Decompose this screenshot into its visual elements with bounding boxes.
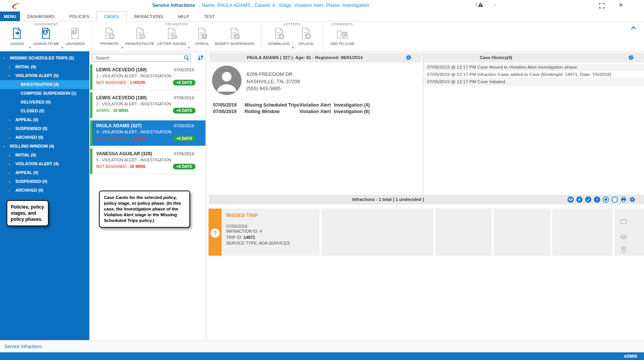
sidebar-item-initial-0-[interactable]: ›INITIAL (0) [0,151,89,159]
toolbar-group-transition: TRANSITIONPROMOTE▾REINVESTIGATELETTER IS… [95,21,258,51]
weather-cloud-icon[interactable] [619,217,628,228]
infraction-card[interactable]: ? MISSED TRIP 07/05/2019 INFRACTION ID: … [209,209,320,256]
radio-selected-icon[interactable] [603,196,609,204]
status-value: 20 MINS [130,136,146,141]
case-card[interactable]: VANESSA AGUILAR (328)07/05/20195 - VIOLA… [90,148,205,174]
gear-icon[interactable] [406,54,412,62]
appeal-button[interactable]: APPEAL [192,27,212,46]
titlebar: Service Infractions - Name: PAULA ADAMS … [0,0,644,12]
tab-dashboard[interactable]: DASHBOARD [20,12,62,21]
close-icon[interactable]: × [619,1,623,9]
reinvestigate-button[interactable]: REINVESTIGATE [125,27,154,46]
gear-icon[interactable] [629,196,636,204]
tab-help[interactable]: HELP [171,12,197,21]
tab-test[interactable]: TEST [196,12,222,21]
sidebar-item-archived-0-[interactable]: ›ARCHIVED (0) [0,186,89,195]
dropdown-caret-icon[interactable]: ▾ [188,46,190,51]
dropdown-caret-icon[interactable]: ▾ [29,46,31,51]
tab-infractions[interactable]: INFRACTIONS [127,12,171,21]
case-card[interactable]: PAULA ADAMS (327)07/05/20194 - VIOLATION… [90,120,205,146]
patient-address: 6209 FREEDOM DR NASHVILLE, TN, 37209 (55… [246,71,300,92]
chevron-down-icon[interactable]: › [0,145,8,147]
gear-icon[interactable] [628,54,634,62]
policy-summary-cell: 07/05/2019 [213,108,245,115]
policy-summary-cell: Investigation (6) [334,108,370,115]
dropdown-caret-icon[interactable]: ▾ [122,46,123,51]
print-icon[interactable] [620,196,627,204]
tab-cases[interactable]: CASES [97,12,127,21]
sidebar-item-suspended-0-[interactable]: ›SUSPENDED (0) [0,177,89,186]
sidebar-item-rolling-window-4-[interactable]: ›ROLLING WINDOW (4) [0,142,89,151]
sidebar-item-compose-suspension-1-[interactable]: COMPOSE SUSPENSION (1) [0,89,89,98]
sidebar-item-investigation-4-[interactable]: INVESTIGATION (4) [0,80,89,89]
approve-icon[interactable] [585,196,591,204]
dropdown-caret-icon[interactable]: ▾ [292,46,294,51]
bottom-bar: ADMIN [0,352,644,360]
chevron-right-icon[interactable]: › [8,124,10,133]
reinvestigate-doc-icon [133,27,146,41]
infraction-field: TRIP ID: 14971 [226,235,320,241]
logged-in-user: ADMIN [624,352,637,360]
infraction-field-value: 4 [260,229,262,233]
chevron-right-icon[interactable]: › [8,133,10,142]
chevron-right-icon[interactable]: › [8,151,10,159]
tab-menu[interactable]: MENU [0,12,20,21]
sidebar-item-label: SUSPENDED (0) [15,126,47,131]
case-card-date: 07/05/2019 [174,67,194,72]
status-strip: Service Infractions [0,340,644,352]
letter-issued-button[interactable]: LETTER ISSUED [158,27,186,46]
chevron-right-icon[interactable]: › [8,62,10,71]
sidebar-item-closed-0-[interactable]: CLOSED (0) [0,107,89,115]
chevron-down-icon[interactable]: › [0,57,8,59]
status-prefix: NOT ASSIGNED - [96,164,130,169]
tray-icon[interactable] [619,231,628,242]
download-button[interactable]: DOWNLOAD [268,27,290,46]
chevron-right-icon[interactable]: › [8,168,10,177]
sidebar-item-appeal-0-[interactable]: ›APPEAL (0) [0,115,89,124]
sidebar-item-label: VIOLATION ALERT (5) [15,73,59,78]
sort-cases-icon[interactable] [197,54,204,62]
chevron-down-icon[interactable]: › [5,75,14,76]
promote-button[interactable]: PROMOTE [99,27,119,46]
search-input[interactable] [92,54,191,62]
sidebar-item-archived-0-[interactable]: ›ARCHIVED (0) [0,133,89,142]
chevron-right-icon[interactable]: › [8,186,10,195]
assign-to-me-button[interactable]: ASSIGN TO ME [33,27,59,46]
sidebar-item-delivered-0-[interactable]: DELIVERED (0) [0,98,89,107]
sidebar-item-violation-alert-5-[interactable]: ›VIOLATION ALERT (5) [0,71,89,80]
dropdown-caret-icon[interactable]: ▾ [61,46,63,51]
alert-indicator[interactable]: 1 [475,2,483,9]
chevron-right-icon[interactable]: › [8,159,10,168]
assign-button[interactable]: ASSIGN [7,27,27,46]
unassign-button[interactable]: ?UNASSIGN [65,27,85,46]
upload-button[interactable]: UPLOAD [296,27,316,46]
undecided-icon[interactable]: ? [594,196,600,204]
search-icon[interactable] [184,55,190,62]
sidebar-item-initial-0-[interactable]: ›INITIAL (0) [0,62,89,71]
sidebar-item-suspended-0-[interactable]: ›SUSPENDED (0) [0,124,89,133]
radio-icon[interactable] [611,196,618,204]
chevron-right-icon[interactable]: › [8,115,10,124]
tab-policies[interactable]: POLICIES [62,12,96,21]
dismiss-alert-icon[interactable]: × [494,2,496,8]
sidebar-item-violation-alert-4-[interactable]: ›VIOLATION ALERT (4) [0,159,89,168]
sidebar-item-missing-scheduled-trips-5-[interactable]: ›MISSING SCHEDULED TRIPS (5) [0,54,89,62]
sidebar-item-appeal-0-[interactable]: ›APPEAL (0) [0,168,89,177]
map-pin-icon[interactable] [619,245,628,256]
case-card[interactable]: LEWIS ACEVEDO (180)07/05/20191 - VIOLATI… [90,64,205,90]
sidebar-item-label: CLOSED (0) [21,108,44,113]
patient-policy-summary: 07/05/2019Missing Scheduled TripsViolati… [213,102,370,115]
chevron-right-icon[interactable]: › [8,177,10,186]
policy-summary-cell: Violation Alert [299,102,334,108]
status-prefix: NOT ASSIGNED - [96,80,130,85]
decline-icon[interactable] [576,196,583,204]
sidebar-item-label: VIOLATION ALERT (4) [15,161,59,166]
case-card[interactable]: LEWIS ACEVEDO (180)07/05/20192 - VIOLATI… [90,92,205,118]
add-to-case-button[interactable]: ADD TO CASE [330,27,355,46]
fullscreen-icon[interactable] [599,3,605,10]
collapse-ribbon-icon[interactable] [631,25,636,31]
toolbar-group-label: LETTERS [264,22,320,26]
modify-suspension-button[interactable]: MODIFY SUSPENSION [215,27,254,46]
eye-icon[interactable] [567,196,574,204]
service-infractions-link[interactable]: Service Infractions [4,340,42,353]
